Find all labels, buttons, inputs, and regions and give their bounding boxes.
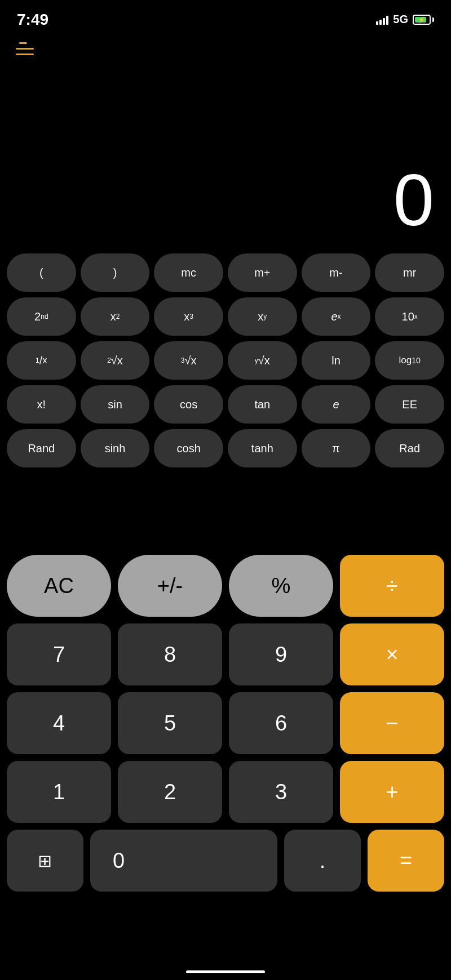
signal-bar-2 <box>379 20 382 25</box>
menu-button[interactable] <box>16 42 34 55</box>
sqrt2-button[interactable]: 2√x <box>81 341 150 380</box>
reciprocal-button[interactable]: 1/x <box>7 341 76 380</box>
sin-button[interactable]: sin <box>81 385 150 424</box>
eight-button[interactable]: 8 <box>118 623 222 685</box>
cosh-button[interactable]: cosh <box>154 429 223 467</box>
main-row-1: AC +/- % ÷ <box>7 555 444 617</box>
mr-button[interactable]: mr <box>375 253 444 292</box>
main-keypad: AC +/- % ÷ 7 8 9 × 4 5 6 − 1 2 3 + ⊞ 0 .… <box>7 555 444 898</box>
euler-button[interactable]: e <box>302 385 371 424</box>
add-button[interactable]: + <box>340 761 444 823</box>
m-minus-button[interactable]: m- <box>302 253 371 292</box>
four-button[interactable]: 4 <box>7 692 111 754</box>
battery-body: ⚡ <box>413 15 431 25</box>
zero-button[interactable]: 0 <box>90 830 277 892</box>
home-indicator <box>186 970 265 973</box>
calculator-display: 0 <box>0 56 451 248</box>
sci-row-1: ( ) mc m+ m- mr <box>7 253 444 292</box>
battery-bolt: ⚡ <box>418 16 426 23</box>
tanh-button[interactable]: tanh <box>228 429 297 467</box>
e-to-x-button[interactable]: ex <box>302 297 371 336</box>
rand-button[interactable]: Rand <box>7 429 76 467</box>
x-squared-button[interactable]: x2 <box>81 297 150 336</box>
menu-line-1 <box>19 42 27 44</box>
plus-minus-button[interactable]: +/- <box>118 555 222 617</box>
main-row-2: 7 8 9 × <box>7 623 444 685</box>
nine-button[interactable]: 9 <box>229 623 333 685</box>
rad-button[interactable]: Rad <box>375 429 444 467</box>
multiply-button[interactable]: × <box>340 623 444 685</box>
signal-bars <box>376 15 388 25</box>
sci-row-2: 2nd x2 x3 xy ex 10x <box>7 297 444 336</box>
sqrty-button[interactable]: y√x <box>228 341 297 380</box>
percent-button[interactable]: % <box>229 555 333 617</box>
sinh-button[interactable]: sinh <box>81 429 150 467</box>
status-bar: 7:49 5G ⚡ <box>0 0 451 31</box>
signal-bar-3 <box>383 18 385 25</box>
mc-button[interactable]: mc <box>154 253 223 292</box>
two-button[interactable]: 2 <box>118 761 222 823</box>
sci-row-3: 1/x 2√x 3√x y√x ln log10 <box>7 341 444 380</box>
x-to-y-button[interactable]: xy <box>228 297 297 336</box>
log10-button[interactable]: log10 <box>375 341 444 380</box>
three-button[interactable]: 3 <box>229 761 333 823</box>
menu-lines <box>16 42 34 55</box>
sqrt3-button[interactable]: 3√x <box>154 341 223 380</box>
six-button[interactable]: 6 <box>229 692 333 754</box>
main-row-5: ⊞ 0 . = <box>7 830 444 892</box>
subtract-button[interactable]: − <box>340 692 444 754</box>
factorial-button[interactable]: x! <box>7 385 76 424</box>
one-button[interactable]: 1 <box>7 761 111 823</box>
sci-row-5: Rand sinh cosh tanh π Rad <box>7 429 444 467</box>
display-value: 0 <box>393 163 434 237</box>
battery-tip <box>432 17 434 22</box>
equals-button[interactable]: = <box>368 830 444 892</box>
calc-icon-button[interactable]: ⊞ <box>7 830 83 892</box>
battery-indicator: ⚡ <box>413 15 434 25</box>
status-time: 7:49 <box>17 11 48 29</box>
decimal-button[interactable]: . <box>284 830 361 892</box>
close-paren-button[interactable]: ) <box>81 253 150 292</box>
x-cubed-button[interactable]: x3 <box>154 297 223 336</box>
m-plus-button[interactable]: m+ <box>228 253 297 292</box>
ac-button[interactable]: AC <box>7 555 111 617</box>
signal-bar-4 <box>386 16 388 25</box>
tan-button[interactable]: tan <box>228 385 297 424</box>
status-right: 5G ⚡ <box>376 13 434 26</box>
second-button[interactable]: 2nd <box>7 297 76 336</box>
main-row-4: 1 2 3 + <box>7 761 444 823</box>
five-button[interactable]: 5 <box>118 692 222 754</box>
open-paren-button[interactable]: ( <box>7 253 76 292</box>
seven-button[interactable]: 7 <box>7 623 111 685</box>
ee-button[interactable]: EE <box>375 385 444 424</box>
divide-button[interactable]: ÷ <box>340 555 444 617</box>
main-row-3: 4 5 6 − <box>7 692 444 754</box>
menu-line-2 <box>16 48 34 50</box>
signal-bar-1 <box>376 21 378 25</box>
ten-to-x-button[interactable]: 10x <box>375 297 444 336</box>
ln-button[interactable]: ln <box>302 341 371 380</box>
sci-row-4: x! sin cos tan e EE <box>7 385 444 424</box>
menu-line-3 <box>16 54 34 55</box>
pi-button[interactable]: π <box>302 429 371 467</box>
network-type: 5G <box>393 13 408 26</box>
scientific-keypad: ( ) mc m+ m- mr 2nd x2 x3 xy ex 10x 1/x … <box>7 253 444 473</box>
cos-button[interactable]: cos <box>154 385 223 424</box>
